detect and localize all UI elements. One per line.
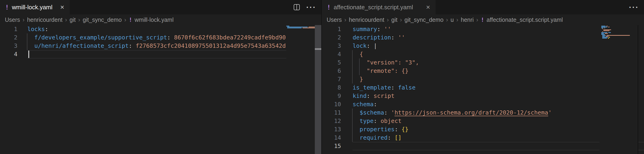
- breadcrumb-separator-icon: ›: [454, 16, 461, 23]
- line-number: 3: [0, 42, 18, 50]
- code-line-5[interactable]: 5 "version": "3",: [322, 58, 644, 67]
- breadcrumb-separator-icon: ›: [122, 16, 129, 23]
- line-content: [27, 50, 321, 58]
- code-line-10[interactable]: 10schema:: [322, 100, 644, 108]
- line-number: 2: [0, 34, 18, 42]
- editor-wmill-lock-yaml[interactable]: 1locks:2 f/developers_example/supportive…: [0, 25, 321, 154]
- code-line-1[interactable]: 1summary: '': [322, 25, 644, 34]
- breadcrumb-item[interactable]: git_sync_demo: [83, 16, 122, 23]
- breadcrumb-separator-icon: ›: [398, 16, 404, 23]
- editor-group-left: ! wmill-lock.yaml × ··· Users›henricourd…: [0, 0, 321, 154]
- breadcrumb-file[interactable]: ! affectionate_script.script.yaml: [481, 16, 563, 23]
- breadcrumb-item[interactable]: u: [450, 16, 454, 23]
- breadcrumb-separator-icon: ›: [444, 16, 450, 23]
- line-number: 5: [322, 58, 341, 67]
- code-line-4[interactable]: 4: [0, 50, 321, 58]
- indent-guide: [359, 58, 360, 75]
- breadcrumb-item[interactable]: git: [391, 16, 398, 23]
- line-number: 11: [322, 108, 341, 117]
- breadcrumb-file-name: wmill-lock.yaml: [134, 16, 174, 23]
- breadcrumb-item[interactable]: henri: [461, 16, 474, 23]
- code-line-11[interactable]: 11 $schema: 'https://json-schema.org/dra…: [322, 108, 644, 117]
- minimap-right[interactable]: [600, 25, 638, 154]
- line-number: 14: [322, 134, 341, 142]
- breadcrumb-item[interactable]: git_sync_demo: [404, 16, 444, 23]
- tab-bar-actions-left: ···: [294, 0, 321, 14]
- minimap-left[interactable]: [286, 25, 315, 154]
- vertical-scrollbar-left[interactable]: [315, 25, 321, 154]
- tab-bar-actions-right: ···: [629, 0, 644, 14]
- breadcrumb-separator-icon: ›: [474, 16, 481, 23]
- code-line-12[interactable]: 12 type: object: [322, 117, 644, 125]
- tab-title: wmill-lock.yaml: [12, 4, 52, 11]
- indent-guide: [27, 34, 27, 50]
- yaml-file-icon: !: [481, 16, 484, 23]
- breadcrumb-separator-icon: ›: [63, 16, 70, 23]
- yaml-file-icon: !: [129, 16, 132, 23]
- code-lines: 1locks:2 f/developers_example/supportive…: [0, 25, 321, 58]
- breadcrumbs-left: Users›henricourdent›git›git_sync_demo› !…: [0, 14, 321, 25]
- split-editor-icon[interactable]: [294, 4, 300, 10]
- line-number: 8: [322, 84, 341, 92]
- code-line-13[interactable]: 13 properties: {}: [322, 125, 644, 134]
- code-line-8[interactable]: 8is_template: false: [322, 84, 644, 92]
- line-number: 3: [322, 42, 341, 50]
- line-number: 12: [322, 117, 341, 125]
- code-line-14[interactable]: 14 required: []: [322, 134, 644, 142]
- code-line-4[interactable]: 4 {: [322, 50, 644, 58]
- editor-affectionate-script-yaml[interactable]: 1summary: ''2description: ''3lock: |4 {5…: [322, 25, 644, 154]
- code-line-15[interactable]: 15: [322, 142, 644, 150]
- code-line-3[interactable]: 3 u/henri/affectionate_script: f2768573c…: [0, 42, 321, 50]
- code-line-2[interactable]: 2 f/developers_example/supportive_script…: [0, 34, 321, 42]
- line-number: 10: [322, 100, 341, 108]
- breadcrumb-item[interactable]: Users: [5, 16, 20, 23]
- code-line-3[interactable]: 3lock: |: [322, 42, 644, 50]
- yaml-file-icon: !: [5, 4, 9, 11]
- close-tab-icon[interactable]: ×: [60, 4, 64, 11]
- line-number: 15: [322, 142, 341, 150]
- code-line-9[interactable]: 9kind: script: [322, 92, 644, 100]
- breadcrumb-file[interactable]: ! wmill-lock.yaml: [129, 16, 174, 23]
- overview-ruler-cursor-mark: [315, 48, 321, 50]
- breadcrumb-separator-icon: ›: [20, 16, 27, 23]
- line-number: 1: [0, 25, 18, 34]
- code-line-2[interactable]: 2description: '': [322, 34, 644, 42]
- indent-guide: [352, 50, 352, 84]
- tab-affectionate-script-yaml[interactable]: ! affectionate_script.script.yaml ×: [322, 0, 436, 14]
- more-actions-icon[interactable]: ···: [629, 0, 639, 14]
- more-actions-icon[interactable]: ···: [306, 0, 316, 14]
- indent-guide: [352, 108, 352, 142]
- code-lines: 1summary: ''2description: ''3lock: |4 {5…: [322, 25, 644, 150]
- breadcrumb-item[interactable]: henricourdent: [349, 16, 384, 23]
- text-cursor: [28, 50, 29, 58]
- line-number: 13: [322, 125, 341, 134]
- line-number: 7: [322, 75, 341, 84]
- tab-title: affectionate_script.script.yaml: [334, 4, 413, 11]
- breadcrumb-item[interactable]: henricourdent: [27, 16, 63, 23]
- line-number: 4: [322, 50, 341, 58]
- minimap-line: [286, 28, 315, 28]
- line-content: locks:: [27, 25, 321, 34]
- line-number: 6: [322, 67, 341, 75]
- breadcrumb-item[interactable]: Users: [327, 16, 342, 23]
- breadcrumb-item[interactable]: git: [70, 16, 76, 23]
- close-tab-icon[interactable]: ×: [426, 4, 430, 11]
- code-line-1[interactable]: 1locks:: [0, 25, 321, 34]
- line-number: 1: [322, 25, 341, 34]
- overview-ruler-right[interactable]: [638, 25, 644, 154]
- editor-group-right: ! affectionate_script.script.yaml × ··· …: [322, 0, 644, 154]
- line-number: 4: [0, 50, 18, 58]
- tab-bar-right: ! affectionate_script.script.yaml × ···: [322, 0, 644, 14]
- code-line-6[interactable]: 6 "remote": {}: [322, 67, 644, 75]
- breadcrumb-separator-icon: ›: [342, 16, 349, 23]
- breadcrumb-separator-icon: ›: [76, 16, 82, 23]
- line-content: u/henri/affectionate_script: f2768573cfc…: [27, 42, 321, 50]
- yaml-file-icon: !: [327, 4, 330, 11]
- line-number: 9: [322, 92, 341, 100]
- line-content: f/developers_example/supportive_script: …: [27, 34, 321, 42]
- line-number: 2: [322, 34, 341, 42]
- tab-bar-left: ! wmill-lock.yaml × ···: [0, 0, 321, 14]
- tab-wmill-lock-yaml[interactable]: ! wmill-lock.yaml ×: [0, 0, 70, 14]
- breadcrumb-file-name: affectionate_script.script.yaml: [486, 16, 563, 23]
- code-line-7[interactable]: 7 }: [322, 75, 644, 84]
